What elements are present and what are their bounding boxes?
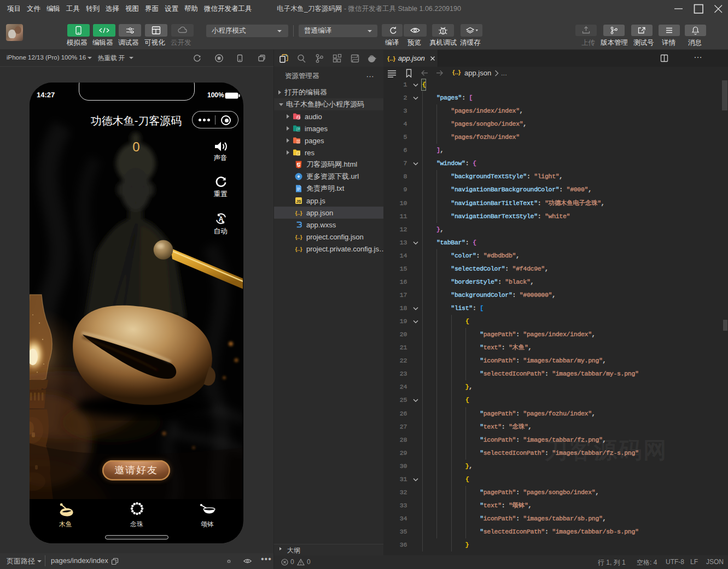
svg-text:JS: JS bbox=[296, 199, 301, 204]
svg-text:{..}: {..} bbox=[295, 210, 302, 216]
svg-text:{..}: {..} bbox=[295, 234, 302, 240]
svg-text:A: A bbox=[219, 215, 224, 223]
svg-text:{..}: {..} bbox=[295, 246, 302, 252]
